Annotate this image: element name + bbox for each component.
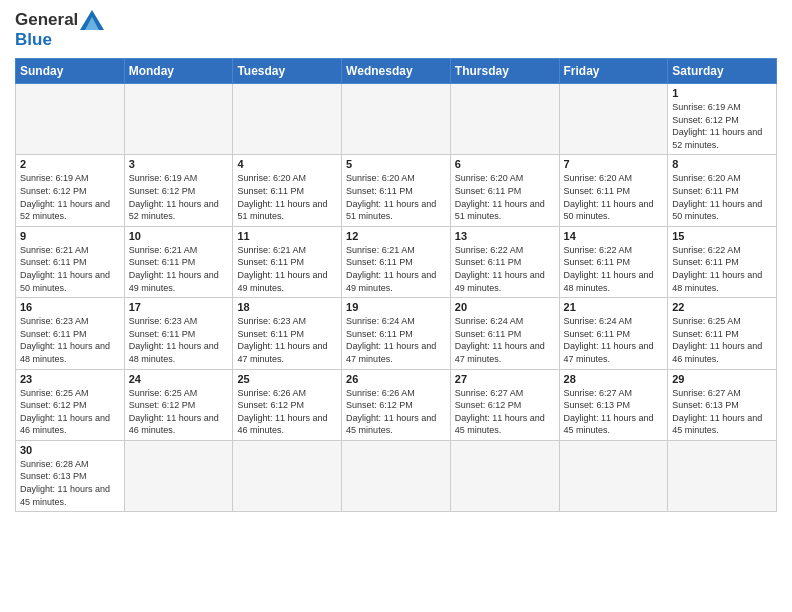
day-number: 17	[129, 301, 229, 313]
table-row: 22Sunrise: 6:25 AM Sunset: 6:11 PM Dayli…	[668, 298, 777, 369]
table-row	[450, 440, 559, 511]
cell-daylight-info: Sunrise: 6:20 AM Sunset: 6:11 PM Dayligh…	[672, 172, 772, 222]
day-number: 30	[20, 444, 120, 456]
cell-daylight-info: Sunrise: 6:26 AM Sunset: 6:12 PM Dayligh…	[237, 387, 337, 437]
cell-daylight-info: Sunrise: 6:23 AM Sunset: 6:11 PM Dayligh…	[20, 315, 120, 365]
table-row: 26Sunrise: 6:26 AM Sunset: 6:12 PM Dayli…	[342, 369, 451, 440]
day-number: 27	[455, 373, 555, 385]
day-number: 9	[20, 230, 120, 242]
col-thursday: Thursday	[450, 59, 559, 84]
cell-daylight-info: Sunrise: 6:27 AM Sunset: 6:12 PM Dayligh…	[455, 387, 555, 437]
day-number: 1	[672, 87, 772, 99]
table-row: 14Sunrise: 6:22 AM Sunset: 6:11 PM Dayli…	[559, 226, 668, 297]
calendar-week-row: 9Sunrise: 6:21 AM Sunset: 6:11 PM Daylig…	[16, 226, 777, 297]
day-number: 16	[20, 301, 120, 313]
day-number: 7	[564, 158, 664, 170]
table-row	[668, 440, 777, 511]
page: GeneralBlue Sunday Monday Tuesday Wednes…	[0, 0, 792, 612]
calendar-week-row: 23Sunrise: 6:25 AM Sunset: 6:12 PM Dayli…	[16, 369, 777, 440]
table-row	[124, 440, 233, 511]
table-row	[233, 440, 342, 511]
calendar-week-row: 30Sunrise: 6:28 AM Sunset: 6:13 PM Dayli…	[16, 440, 777, 511]
table-row: 23Sunrise: 6:25 AM Sunset: 6:12 PM Dayli…	[16, 369, 125, 440]
cell-daylight-info: Sunrise: 6:20 AM Sunset: 6:11 PM Dayligh…	[237, 172, 337, 222]
day-number: 21	[564, 301, 664, 313]
header: GeneralBlue	[15, 10, 777, 50]
cell-daylight-info: Sunrise: 6:22 AM Sunset: 6:11 PM Dayligh…	[672, 244, 772, 294]
cell-daylight-info: Sunrise: 6:20 AM Sunset: 6:11 PM Dayligh…	[455, 172, 555, 222]
day-number: 12	[346, 230, 446, 242]
table-row: 21Sunrise: 6:24 AM Sunset: 6:11 PM Dayli…	[559, 298, 668, 369]
table-row: 10Sunrise: 6:21 AM Sunset: 6:11 PM Dayli…	[124, 226, 233, 297]
table-row: 4Sunrise: 6:20 AM Sunset: 6:11 PM Daylig…	[233, 155, 342, 226]
cell-daylight-info: Sunrise: 6:21 AM Sunset: 6:11 PM Dayligh…	[346, 244, 446, 294]
cell-daylight-info: Sunrise: 6:22 AM Sunset: 6:11 PM Dayligh…	[564, 244, 664, 294]
table-row: 18Sunrise: 6:23 AM Sunset: 6:11 PM Dayli…	[233, 298, 342, 369]
table-row	[342, 84, 451, 155]
cell-daylight-info: Sunrise: 6:24 AM Sunset: 6:11 PM Dayligh…	[455, 315, 555, 365]
table-row: 1Sunrise: 6:19 AM Sunset: 6:12 PM Daylig…	[668, 84, 777, 155]
cell-daylight-info: Sunrise: 6:23 AM Sunset: 6:11 PM Dayligh…	[129, 315, 229, 365]
table-row: 24Sunrise: 6:25 AM Sunset: 6:12 PM Dayli…	[124, 369, 233, 440]
logo: GeneralBlue	[15, 10, 104, 50]
day-number: 14	[564, 230, 664, 242]
table-row: 20Sunrise: 6:24 AM Sunset: 6:11 PM Dayli…	[450, 298, 559, 369]
cell-daylight-info: Sunrise: 6:23 AM Sunset: 6:11 PM Dayligh…	[237, 315, 337, 365]
day-number: 2	[20, 158, 120, 170]
calendar-week-row: 2Sunrise: 6:19 AM Sunset: 6:12 PM Daylig…	[16, 155, 777, 226]
day-number: 29	[672, 373, 772, 385]
calendar-week-row: 1Sunrise: 6:19 AM Sunset: 6:12 PM Daylig…	[16, 84, 777, 155]
table-row	[233, 84, 342, 155]
table-row: 7Sunrise: 6:20 AM Sunset: 6:11 PM Daylig…	[559, 155, 668, 226]
col-sunday: Sunday	[16, 59, 125, 84]
table-row	[450, 84, 559, 155]
cell-daylight-info: Sunrise: 6:20 AM Sunset: 6:11 PM Dayligh…	[564, 172, 664, 222]
cell-daylight-info: Sunrise: 6:28 AM Sunset: 6:13 PM Dayligh…	[20, 458, 120, 508]
table-row	[124, 84, 233, 155]
cell-daylight-info: Sunrise: 6:21 AM Sunset: 6:11 PM Dayligh…	[237, 244, 337, 294]
logo-general-text: General	[15, 10, 78, 30]
table-row: 25Sunrise: 6:26 AM Sunset: 6:12 PM Dayli…	[233, 369, 342, 440]
cell-daylight-info: Sunrise: 6:19 AM Sunset: 6:12 PM Dayligh…	[672, 101, 772, 151]
day-number: 6	[455, 158, 555, 170]
day-number: 23	[20, 373, 120, 385]
day-number: 15	[672, 230, 772, 242]
table-row: 16Sunrise: 6:23 AM Sunset: 6:11 PM Dayli…	[16, 298, 125, 369]
table-row: 5Sunrise: 6:20 AM Sunset: 6:11 PM Daylig…	[342, 155, 451, 226]
cell-daylight-info: Sunrise: 6:19 AM Sunset: 6:12 PM Dayligh…	[129, 172, 229, 222]
day-number: 20	[455, 301, 555, 313]
day-number: 10	[129, 230, 229, 242]
col-wednesday: Wednesday	[342, 59, 451, 84]
table-row: 28Sunrise: 6:27 AM Sunset: 6:13 PM Dayli…	[559, 369, 668, 440]
table-row	[559, 440, 668, 511]
table-row: 15Sunrise: 6:22 AM Sunset: 6:11 PM Dayli…	[668, 226, 777, 297]
table-row	[559, 84, 668, 155]
table-row: 2Sunrise: 6:19 AM Sunset: 6:12 PM Daylig…	[16, 155, 125, 226]
cell-daylight-info: Sunrise: 6:26 AM Sunset: 6:12 PM Dayligh…	[346, 387, 446, 437]
day-number: 18	[237, 301, 337, 313]
table-row	[342, 440, 451, 511]
table-row: 29Sunrise: 6:27 AM Sunset: 6:13 PM Dayli…	[668, 369, 777, 440]
day-number: 25	[237, 373, 337, 385]
cell-daylight-info: Sunrise: 6:27 AM Sunset: 6:13 PM Dayligh…	[564, 387, 664, 437]
cell-daylight-info: Sunrise: 6:19 AM Sunset: 6:12 PM Dayligh…	[20, 172, 120, 222]
day-number: 24	[129, 373, 229, 385]
cell-daylight-info: Sunrise: 6:25 AM Sunset: 6:11 PM Dayligh…	[672, 315, 772, 365]
table-row: 30Sunrise: 6:28 AM Sunset: 6:13 PM Dayli…	[16, 440, 125, 511]
table-row: 6Sunrise: 6:20 AM Sunset: 6:11 PM Daylig…	[450, 155, 559, 226]
cell-daylight-info: Sunrise: 6:27 AM Sunset: 6:13 PM Dayligh…	[672, 387, 772, 437]
table-row: 27Sunrise: 6:27 AM Sunset: 6:12 PM Dayli…	[450, 369, 559, 440]
cell-daylight-info: Sunrise: 6:21 AM Sunset: 6:11 PM Dayligh…	[129, 244, 229, 294]
table-row: 17Sunrise: 6:23 AM Sunset: 6:11 PM Dayli…	[124, 298, 233, 369]
day-number: 19	[346, 301, 446, 313]
cell-daylight-info: Sunrise: 6:25 AM Sunset: 6:12 PM Dayligh…	[20, 387, 120, 437]
table-row: 8Sunrise: 6:20 AM Sunset: 6:11 PM Daylig…	[668, 155, 777, 226]
logo-blue-text: Blue	[15, 30, 52, 50]
cell-daylight-info: Sunrise: 6:25 AM Sunset: 6:12 PM Dayligh…	[129, 387, 229, 437]
cell-daylight-info: Sunrise: 6:20 AM Sunset: 6:11 PM Dayligh…	[346, 172, 446, 222]
day-number: 3	[129, 158, 229, 170]
cell-daylight-info: Sunrise: 6:24 AM Sunset: 6:11 PM Dayligh…	[346, 315, 446, 365]
col-monday: Monday	[124, 59, 233, 84]
table-row: 3Sunrise: 6:19 AM Sunset: 6:12 PM Daylig…	[124, 155, 233, 226]
cell-daylight-info: Sunrise: 6:24 AM Sunset: 6:11 PM Dayligh…	[564, 315, 664, 365]
